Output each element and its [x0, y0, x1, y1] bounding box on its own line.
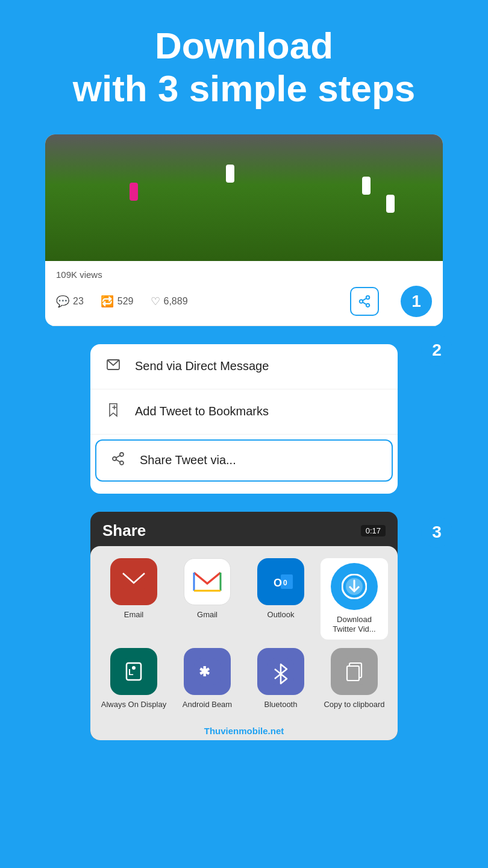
- email-icon: [110, 558, 157, 605]
- comments-stat: 💬 23: [56, 295, 84, 308]
- svg-line-3: [363, 302, 366, 304]
- header: Download with 3 simple steps: [0, 0, 488, 128]
- alwayson-icon: L: [110, 648, 157, 695]
- step1-badge: 1: [401, 286, 432, 317]
- player-white2: [362, 177, 371, 195]
- svg-text:O: O: [274, 577, 282, 589]
- video-time: 0:17: [361, 525, 386, 536]
- app-copy[interactable]: Copy to clipboard: [321, 648, 388, 710]
- gmail-label: Gmail: [197, 610, 217, 620]
- step3-card: Share 0:17 Email: [90, 512, 398, 741]
- svg-text:0: 0: [283, 579, 287, 587]
- bluetooth-label: Bluetooth: [264, 700, 298, 710]
- androidbeam-icon: ✱: [184, 648, 231, 695]
- svg-point-10: [120, 461, 124, 465]
- step2-card: Send via Direct Message Add Tweet to Boo…: [90, 344, 398, 494]
- menu-item-bookmark[interactable]: Add Tweet to Bookmarks: [90, 389, 398, 435]
- svg-rect-31: [347, 666, 359, 681]
- svg-text:✱: ✱: [199, 664, 210, 679]
- watermark-text: Thuvienmobile.net: [204, 726, 284, 736]
- app-email[interactable]: Email: [100, 558, 167, 640]
- player-pink: [130, 183, 138, 201]
- player-white1: [226, 165, 234, 183]
- outlook-icon: O 0: [257, 558, 304, 605]
- step2-badge: 2: [421, 335, 452, 366]
- app-grid-row2: L Always On Display ✱ Android Beam: [100, 648, 388, 710]
- download-label: DownloadTwitter Vid...: [333, 615, 375, 635]
- app-bluetooth[interactable]: Bluetooth: [247, 648, 314, 710]
- svg-point-23: [132, 666, 136, 670]
- androidbeam-label: Android Beam: [183, 700, 232, 710]
- comment-icon: 💬: [56, 295, 69, 308]
- app-androidbeam[interactable]: ✱ Android Beam: [174, 648, 241, 710]
- menu-item-dm[interactable]: Send via Direct Message: [90, 344, 398, 389]
- download-icon: [331, 563, 378, 610]
- retweet-icon: 🔁: [101, 295, 114, 308]
- app-download[interactable]: DownloadTwitter Vid...: [321, 558, 388, 640]
- app-gmail[interactable]: Gmail: [174, 558, 241, 640]
- stats-row: 💬 23 🔁 529 ♡ 6,889 1: [56, 286, 432, 317]
- retweets-stat: 🔁 529: [101, 295, 134, 308]
- dm-icon: [105, 357, 122, 376]
- tweet-stats: 109K views 💬 23 🔁 529 ♡ 6,889 1: [45, 261, 443, 326]
- svg-line-11: [116, 459, 120, 462]
- step1-card: 109K views 💬 23 🔁 529 ♡ 6,889 1: [45, 134, 443, 326]
- app-grid-row1: Email Gmail: [100, 558, 388, 640]
- soccer-field: [45, 134, 443, 261]
- heart-icon: ♡: [151, 295, 160, 308]
- svg-point-0: [366, 295, 370, 299]
- bookmark-icon: [105, 403, 122, 421]
- outlook-label: Outlook: [267, 610, 295, 620]
- svg-rect-20: [120, 658, 147, 685]
- video-area: [45, 134, 443, 261]
- step3-wrapper: Share 0:17 Email: [45, 512, 443, 741]
- svg-line-12: [116, 455, 120, 458]
- svg-point-2: [366, 303, 370, 307]
- svg-point-8: [120, 453, 124, 456]
- page-title: Download with 3 simple steps: [36, 24, 452, 110]
- svg-line-4: [363, 298, 366, 301]
- menu-item-share[interactable]: Share Tweet via...: [95, 439, 393, 482]
- share-button[interactable]: [350, 287, 379, 316]
- views-count: 109K views: [56, 269, 432, 280]
- bluetooth-icon: [257, 648, 304, 695]
- svg-point-9: [113, 457, 116, 461]
- alwayson-label: Always On Display: [101, 700, 166, 710]
- app-alwayson[interactable]: L Always On Display: [100, 648, 167, 710]
- copy-icon: [331, 648, 378, 695]
- share-header: Share 0:17: [90, 512, 398, 546]
- likes-stat: ♡ 6,889: [151, 295, 188, 308]
- copy-label: Copy to clipboard: [324, 700, 384, 710]
- step3-badge: 3: [421, 517, 452, 548]
- svg-point-1: [360, 300, 363, 303]
- app-outlook[interactable]: O 0 Outlook: [247, 558, 314, 640]
- gmail-icon: [184, 558, 231, 605]
- step2-footer: [90, 486, 398, 494]
- email-label: Email: [124, 610, 144, 620]
- share-grid: Email Gmail: [90, 546, 398, 720]
- share-via-icon: [110, 451, 127, 470]
- watermark: Thuvienmobile.net: [90, 720, 398, 740]
- player-white3: [386, 195, 395, 213]
